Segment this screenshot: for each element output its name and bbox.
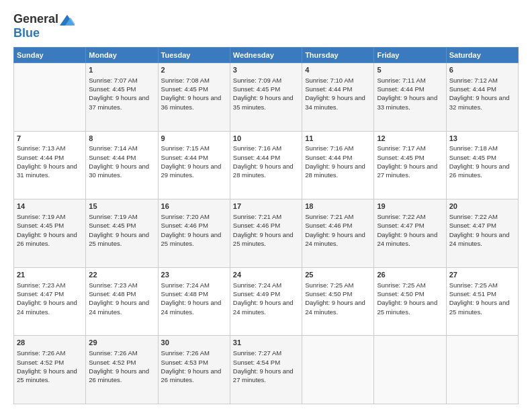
cell-details: Sunrise: 7:24 AMSunset: 4:49 PMDaylight:… [233, 281, 299, 316]
day-number: 22 [89, 270, 154, 280]
calendar-cell: 16Sunrise: 7:20 AMSunset: 4:46 PMDayligh… [158, 199, 230, 268]
cell-details: Sunrise: 7:22 AMSunset: 4:47 PMDaylight:… [449, 212, 515, 248]
day-number: 27 [449, 270, 515, 280]
day-number: 19 [377, 201, 443, 212]
calendar-cell [446, 336, 518, 404]
calendar-cell: 15Sunrise: 7:19 AMSunset: 4:45 PMDayligh… [86, 199, 158, 268]
cell-details: Sunrise: 7:15 AMSunset: 4:44 PMDaylight:… [161, 144, 227, 179]
day-number: 20 [449, 201, 515, 212]
calendar-cell: 20Sunrise: 7:22 AMSunset: 4:47 PMDayligh… [446, 199, 518, 268]
day-number: 2 [161, 65, 227, 75]
calendar-cell: 8Sunrise: 7:14 AMSunset: 4:44 PMDaylight… [86, 131, 158, 199]
day-number: 4 [305, 65, 371, 75]
day-number: 28 [17, 338, 83, 348]
cell-details: Sunrise: 7:22 AMSunset: 4:47 PMDaylight:… [377, 212, 443, 248]
day-number: 9 [161, 134, 227, 144]
cell-details: Sunrise: 7:26 AMSunset: 4:52 PMDaylight:… [17, 349, 83, 384]
day-number: 7 [17, 134, 83, 144]
day-number: 10 [233, 134, 299, 144]
day-number: 24 [233, 270, 299, 280]
calendar-cell: 11Sunrise: 7:16 AMSunset: 4:44 PMDayligh… [302, 131, 374, 199]
day-number: 16 [161, 201, 227, 212]
calendar-cell: 24Sunrise: 7:24 AMSunset: 4:49 PMDayligh… [230, 267, 302, 336]
calendar-cell: 6Sunrise: 7:12 AMSunset: 4:44 PMDaylight… [446, 63, 518, 132]
day-number: 31 [233, 338, 299, 348]
calendar-day-header: Friday [374, 48, 446, 63]
cell-details: Sunrise: 7:16 AMSunset: 4:44 PMDaylight:… [233, 144, 299, 179]
cell-details: Sunrise: 7:25 AMSunset: 4:50 PMDaylight:… [377, 281, 443, 316]
calendar-cell: 25Sunrise: 7:25 AMSunset: 4:50 PMDayligh… [302, 267, 374, 336]
cell-details: Sunrise: 7:21 AMSunset: 4:46 PMDaylight:… [233, 212, 299, 248]
calendar-week-row: 7Sunrise: 7:13 AMSunset: 4:44 PMDaylight… [14, 131, 519, 199]
day-number: 11 [305, 134, 371, 144]
calendar-cell: 10Sunrise: 7:16 AMSunset: 4:44 PMDayligh… [230, 131, 302, 199]
cell-details: Sunrise: 7:13 AMSunset: 4:44 PMDaylight:… [17, 144, 83, 179]
day-number: 18 [305, 201, 371, 212]
cell-details: Sunrise: 7:07 AMSunset: 4:45 PMDaylight:… [89, 76, 154, 111]
calendar-table: SundayMondayTuesdayWednesdayThursdayFrid… [13, 47, 519, 404]
calendar-day-header: Thursday [302, 48, 374, 63]
cell-details: Sunrise: 7:16 AMSunset: 4:44 PMDaylight:… [305, 144, 371, 179]
calendar-cell: 4Sunrise: 7:10 AMSunset: 4:44 PMDaylight… [302, 63, 374, 132]
day-number: 8 [89, 134, 154, 144]
day-number: 14 [17, 201, 83, 212]
day-number: 1 [89, 65, 154, 75]
cell-details: Sunrise: 7:26 AMSunset: 4:53 PMDaylight:… [161, 349, 227, 384]
cell-details: Sunrise: 7:19 AMSunset: 4:45 PMDaylight:… [89, 212, 154, 248]
cell-details: Sunrise: 7:17 AMSunset: 4:45 PMDaylight:… [377, 144, 443, 179]
day-number: 23 [161, 270, 227, 280]
calendar-week-row: 21Sunrise: 7:23 AMSunset: 4:47 PMDayligh… [14, 267, 519, 336]
calendar-day-header: Saturday [446, 48, 518, 63]
calendar-cell: 31Sunrise: 7:27 AMSunset: 4:54 PMDayligh… [230, 336, 302, 404]
calendar-cell [302, 336, 374, 404]
cell-details: Sunrise: 7:23 AMSunset: 4:48 PMDaylight:… [89, 281, 154, 316]
day-number: 6 [449, 65, 515, 75]
logo-icon [60, 13, 75, 26]
logo: GeneralBlue [13, 12, 75, 40]
calendar-cell: 21Sunrise: 7:23 AMSunset: 4:47 PMDayligh… [14, 267, 86, 336]
calendar-cell: 14Sunrise: 7:19 AMSunset: 4:45 PMDayligh… [14, 199, 86, 268]
logo-general-text: General [13, 12, 58, 26]
header: GeneralBlue [13, 12, 519, 40]
calendar-cell: 12Sunrise: 7:17 AMSunset: 4:45 PMDayligh… [374, 131, 446, 199]
day-number: 21 [17, 270, 83, 280]
calendar-cell: 29Sunrise: 7:26 AMSunset: 4:52 PMDayligh… [86, 336, 158, 404]
calendar-day-header: Wednesday [230, 48, 302, 63]
calendar-week-row: 14Sunrise: 7:19 AMSunset: 4:45 PMDayligh… [14, 199, 519, 268]
calendar-week-row: 28Sunrise: 7:26 AMSunset: 4:52 PMDayligh… [14, 336, 519, 404]
calendar-cell [14, 63, 86, 132]
cell-details: Sunrise: 7:18 AMSunset: 4:45 PMDaylight:… [449, 144, 515, 179]
calendar-day-header: Sunday [14, 48, 86, 63]
cell-details: Sunrise: 7:11 AMSunset: 4:44 PMDaylight:… [377, 76, 443, 111]
calendar-cell: 23Sunrise: 7:24 AMSunset: 4:48 PMDayligh… [158, 267, 230, 336]
cell-details: Sunrise: 7:23 AMSunset: 4:47 PMDaylight:… [17, 281, 83, 316]
calendar-cell: 9Sunrise: 7:15 AMSunset: 4:44 PMDaylight… [158, 131, 230, 199]
cell-details: Sunrise: 7:09 AMSunset: 4:45 PMDaylight:… [233, 76, 299, 111]
day-number: 12 [377, 134, 443, 144]
logo-text: GeneralBlue [13, 12, 75, 40]
calendar-cell: 28Sunrise: 7:26 AMSunset: 4:52 PMDayligh… [14, 336, 86, 404]
cell-details: Sunrise: 7:27 AMSunset: 4:54 PMDaylight:… [233, 349, 299, 384]
calendar-cell: 3Sunrise: 7:09 AMSunset: 4:45 PMDaylight… [230, 63, 302, 132]
calendar-cell: 27Sunrise: 7:25 AMSunset: 4:51 PMDayligh… [446, 267, 518, 336]
calendar-cell: 22Sunrise: 7:23 AMSunset: 4:48 PMDayligh… [86, 267, 158, 336]
cell-details: Sunrise: 7:12 AMSunset: 4:44 PMDaylight:… [449, 76, 515, 111]
day-number: 29 [89, 338, 154, 348]
calendar-cell: 30Sunrise: 7:26 AMSunset: 4:53 PMDayligh… [158, 336, 230, 404]
calendar-cell: 19Sunrise: 7:22 AMSunset: 4:47 PMDayligh… [374, 199, 446, 268]
cell-details: Sunrise: 7:21 AMSunset: 4:46 PMDaylight:… [305, 212, 371, 248]
calendar-cell: 2Sunrise: 7:08 AMSunset: 4:45 PMDaylight… [158, 63, 230, 132]
day-number: 13 [449, 134, 515, 144]
day-number: 26 [377, 270, 443, 280]
logo-blue-text: Blue [13, 26, 40, 40]
calendar-cell: 26Sunrise: 7:25 AMSunset: 4:50 PMDayligh… [374, 267, 446, 336]
calendar-cell [374, 336, 446, 404]
cell-details: Sunrise: 7:25 AMSunset: 4:51 PMDaylight:… [449, 281, 515, 316]
cell-details: Sunrise: 7:08 AMSunset: 4:45 PMDaylight:… [161, 76, 227, 111]
cell-details: Sunrise: 7:25 AMSunset: 4:50 PMDaylight:… [305, 281, 371, 316]
cell-details: Sunrise: 7:24 AMSunset: 4:48 PMDaylight:… [161, 281, 227, 316]
day-number: 25 [305, 270, 371, 280]
calendar-cell: 7Sunrise: 7:13 AMSunset: 4:44 PMDaylight… [14, 131, 86, 199]
calendar-cell: 18Sunrise: 7:21 AMSunset: 4:46 PMDayligh… [302, 199, 374, 268]
cell-details: Sunrise: 7:14 AMSunset: 4:44 PMDaylight:… [89, 144, 154, 179]
